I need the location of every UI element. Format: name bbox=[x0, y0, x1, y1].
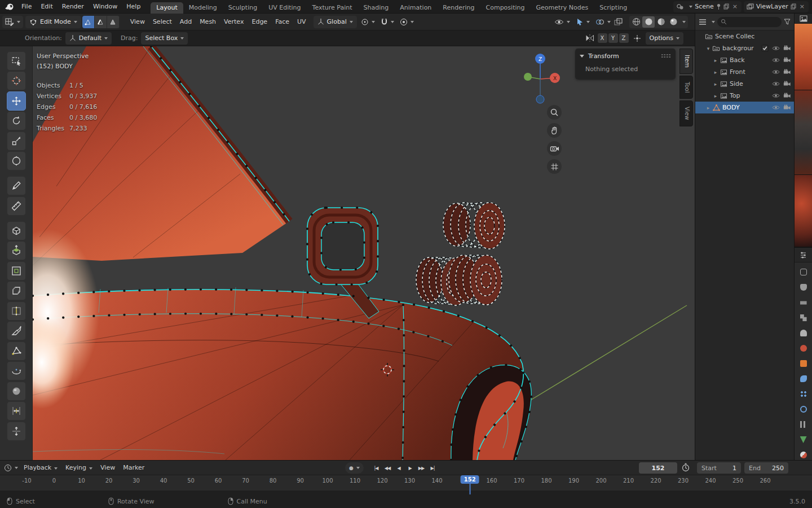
menu-help[interactable]: Help bbox=[122, 0, 145, 14]
menu-window[interactable]: Window bbox=[89, 0, 122, 14]
properties-tab-active-tool[interactable] bbox=[797, 267, 810, 277]
auto-keying-controls[interactable]: ● bbox=[345, 462, 364, 474]
solid-shading-button[interactable] bbox=[642, 16, 655, 28]
xray-toggle[interactable] bbox=[612, 16, 625, 28]
tab-layout[interactable]: Layout bbox=[151, 2, 183, 14]
properties-tab-scene[interactable] bbox=[797, 328, 810, 338]
outliner-row-body[interactable]: ▸BODY bbox=[695, 102, 794, 113]
outliner-row-backgrour[interactable]: ▾backgrour bbox=[695, 42, 794, 54]
properties-tab-particles[interactable] bbox=[797, 389, 810, 399]
transport-next-keyframe[interactable]: ▶▶ bbox=[416, 462, 426, 474]
camera-icon[interactable] bbox=[783, 45, 791, 51]
proportional-editing-dropdown[interactable] bbox=[398, 16, 416, 28]
expander-icon[interactable]: ▸ bbox=[705, 105, 712, 111]
viewport-menu-vertex[interactable]: Vertex bbox=[220, 14, 248, 30]
tab-texture-paint[interactable]: Texture Paint bbox=[307, 2, 358, 14]
expander-icon[interactable]: ▸ bbox=[712, 81, 719, 87]
tool-scale[interactable] bbox=[7, 132, 26, 151]
timeline-editor-type-button[interactable] bbox=[2, 462, 20, 474]
viewport-menu-face[interactable]: Face bbox=[271, 14, 293, 30]
mirror-axis-x[interactable]: X bbox=[598, 33, 607, 43]
outliner-display-caret[interactable] bbox=[712, 21, 715, 23]
add-view-layer-icon[interactable] bbox=[791, 3, 796, 10]
zoom-button[interactable] bbox=[547, 105, 562, 120]
mode-dropdown[interactable]: Edit Mode bbox=[25, 16, 81, 28]
tool-smooth[interactable] bbox=[7, 382, 26, 401]
properties-tab-object-data[interactable] bbox=[797, 435, 810, 445]
camera-icon[interactable] bbox=[783, 57, 791, 63]
menu-edit[interactable]: Edit bbox=[36, 0, 57, 14]
tool-knife[interactable] bbox=[7, 321, 26, 340]
frame-start-field[interactable]: Start 1 bbox=[697, 462, 741, 474]
viewport-menu-select[interactable]: Select bbox=[149, 14, 176, 30]
tool-move[interactable] bbox=[7, 91, 26, 111]
tool-edge-slide[interactable] bbox=[7, 401, 26, 421]
outliner-row-top[interactable]: ▸Top bbox=[695, 90, 794, 102]
viewport-menu-uv[interactable]: UV bbox=[293, 14, 310, 30]
menu-render[interactable]: Render bbox=[58, 0, 89, 14]
new-scene-icon[interactable] bbox=[723, 3, 729, 10]
thumbnail-reference-2[interactable] bbox=[795, 90, 812, 175]
timeline-menu-view[interactable]: View bbox=[96, 461, 119, 475]
eye-icon[interactable] bbox=[772, 104, 780, 111]
timeline-track-area[interactable] bbox=[0, 491, 812, 494]
tool-extrude-region[interactable] bbox=[7, 241, 26, 260]
tool-annotate[interactable] bbox=[7, 176, 26, 195]
outliner-display-mode-icon[interactable] bbox=[699, 19, 707, 25]
eye-icon[interactable] bbox=[772, 57, 780, 63]
pin-icon[interactable] bbox=[716, 3, 721, 10]
tab-rendering[interactable]: Rendering bbox=[437, 2, 480, 14]
timeline-menu-playback[interactable]: Playback bbox=[20, 461, 61, 475]
unlink-scene-icon[interactable]: × bbox=[731, 3, 739, 10]
tab-geometry-nodes[interactable]: Geometry Nodes bbox=[530, 2, 594, 14]
tool-loop-cut[interactable] bbox=[7, 301, 26, 321]
face-select-button[interactable] bbox=[107, 16, 120, 28]
tab-modeling[interactable]: Modeling bbox=[183, 2, 223, 14]
orientation-setting-dropdown[interactable]: Default bbox=[65, 32, 112, 45]
mirror-axis-y[interactable]: Y bbox=[608, 33, 618, 43]
transform-panel-header[interactable]: Transform bbox=[575, 49, 676, 63]
camera-icon[interactable] bbox=[783, 81, 791, 87]
y-axis-ball[interactable] bbox=[524, 73, 532, 81]
timeline-ruler[interactable]: -100102030405060708090100110120130140160… bbox=[0, 475, 812, 494]
use-preview-range-button[interactable] bbox=[681, 463, 690, 472]
options-dropdown[interactable]: Options bbox=[646, 32, 683, 45]
image-editor-header[interactable] bbox=[795, 14, 812, 24]
outliner-row-back[interactable]: ▸Back bbox=[695, 54, 794, 66]
timeline-menu-marker[interactable]: Marker bbox=[119, 461, 148, 475]
tab-compositing[interactable]: Compositing bbox=[480, 2, 531, 14]
tool-select-box[interactable] bbox=[7, 51, 26, 71]
material-preview-button[interactable] bbox=[655, 16, 667, 28]
tool-rotate[interactable] bbox=[7, 111, 26, 130]
properties-tab-physics[interactable] bbox=[797, 404, 810, 414]
vertex-select-button[interactable] bbox=[82, 16, 95, 28]
snapping-dropdown[interactable] bbox=[379, 16, 396, 28]
pivot-point-dropdown[interactable] bbox=[359, 16, 377, 28]
edge-select-button[interactable] bbox=[95, 16, 107, 28]
eye-icon[interactable] bbox=[772, 69, 780, 75]
transport-play-reverse[interactable]: ◀ bbox=[394, 462, 404, 474]
tool-bevel[interactable] bbox=[7, 281, 26, 300]
outliner-row-side[interactable]: ▸Side bbox=[695, 78, 794, 90]
outliner-search-input[interactable] bbox=[717, 17, 782, 27]
properties-tab-constraints[interactable] bbox=[797, 419, 810, 430]
playhead-frame-badge[interactable]: 152 bbox=[461, 475, 479, 484]
tab-shading[interactable]: Shading bbox=[358, 2, 395, 14]
rendered-shading-button[interactable] bbox=[667, 16, 679, 28]
thumbnail-reference-1[interactable] bbox=[795, 24, 812, 90]
camera-icon[interactable] bbox=[783, 104, 791, 111]
transport-jump-to-start[interactable]: |◀ bbox=[371, 462, 381, 474]
show-hide-dropdown[interactable] bbox=[553, 16, 572, 28]
tab-sculpting[interactable]: Sculpting bbox=[223, 2, 263, 14]
record-icon[interactable]: ● bbox=[349, 465, 354, 471]
viewport-menu-edge[interactable]: Edge bbox=[248, 14, 271, 30]
viewport-menu-add[interactable]: Add bbox=[176, 14, 196, 30]
toggle-perspective-button[interactable] bbox=[547, 159, 562, 174]
viewport-3d[interactable]: User Perspective (152) BODY Objects1 / 5… bbox=[33, 46, 695, 460]
properties-tab-material[interactable] bbox=[797, 450, 810, 460]
scene-browse-caret[interactable] bbox=[689, 6, 692, 8]
expander-icon[interactable]: ▾ bbox=[705, 46, 712, 51]
drag-mode-dropdown[interactable]: Select Box bbox=[141, 32, 188, 45]
expander-icon[interactable]: ▸ bbox=[712, 58, 719, 63]
tool-inset-faces[interactable] bbox=[7, 261, 26, 281]
